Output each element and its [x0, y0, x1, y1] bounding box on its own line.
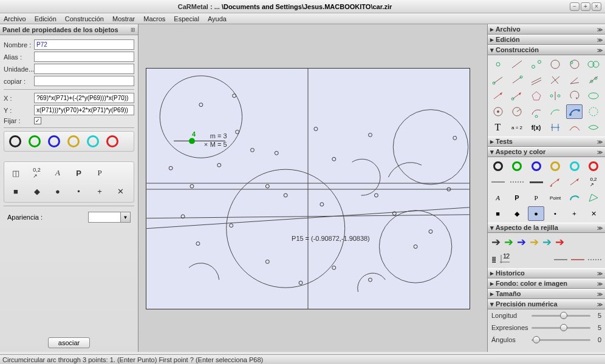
tool-equation[interactable]: a = 2: [509, 120, 525, 135]
slider-longitud[interactable]: [532, 311, 590, 320]
aspect-triangle[interactable]: [586, 190, 602, 205]
tool-text[interactable]: T: [490, 120, 506, 135]
tool-circle3[interactable]: [566, 57, 583, 72]
aspect-label-pp[interactable]: P: [528, 190, 544, 205]
aspect-line-solid[interactable]: [490, 175, 506, 189]
alias-input[interactable]: [34, 52, 134, 62]
name-input[interactable]: [34, 39, 134, 50]
menu-archivo[interactable]: Archivo: [4, 15, 26, 22]
aspect-label-a[interactable]: A: [490, 190, 506, 205]
aspect-diam[interactable]: ◆: [509, 206, 525, 221]
aspect-arc-style[interactable]: [566, 190, 583, 205]
grid-line3[interactable]: [588, 259, 601, 260]
tool-vector[interactable]: [490, 89, 506, 103]
arrow-red[interactable]: ➔: [555, 235, 564, 249]
tool-circle[interactable]: [547, 57, 564, 72]
tool-function[interactable]: f(x): [528, 120, 544, 135]
section-edicion[interactable]: ▸ Edición≫: [488, 35, 605, 45]
grid-line2[interactable]: [571, 259, 584, 260]
aspect-plus[interactable]: +: [566, 206, 583, 221]
tool-parallel[interactable]: [528, 73, 544, 87]
aspect-dot[interactable]: •: [547, 206, 564, 221]
section-rejilla[interactable]: ▾ Aspecto de la rejilla≫: [488, 223, 605, 233]
menu-construccion[interactable]: Construcción: [65, 15, 104, 22]
aspect-circ[interactable]: ●: [528, 206, 544, 221]
color-red[interactable]: [106, 135, 118, 147]
unit-input[interactable]: [34, 64, 134, 74]
tool-polygon[interactable]: [528, 89, 544, 103]
menu-macros[interactable]: Macros: [143, 15, 165, 22]
section-tamano[interactable]: ▸ Tamaño≫: [488, 289, 605, 299]
color-blue[interactable]: [48, 135, 60, 147]
menu-especial[interactable]: Especial: [174, 15, 199, 22]
tool-trace[interactable]: [586, 104, 602, 119]
tool-arc[interactable]: [528, 104, 544, 119]
geometry-canvas[interactable]: 4 m = 3 M = 5 P15 = (-0.90872,-1.90838) …: [146, 68, 470, 309]
color-green[interactable]: [29, 135, 41, 147]
dot-tool[interactable]: •: [71, 184, 87, 198]
section-fondo[interactable]: ▸ Fondo: color e imagen≫: [488, 278, 605, 289]
square-tool[interactable]: ■: [8, 184, 24, 198]
copy-input[interactable]: [34, 76, 134, 86]
aspect-color-black[interactable]: [490, 159, 506, 174]
section-archivo[interactable]: ▸ Archivo≫: [488, 24, 605, 35]
label-a-tool[interactable]: A: [50, 166, 66, 180]
x-input[interactable]: [34, 93, 134, 103]
slider-expr[interactable]: [532, 323, 590, 332]
color-cyan[interactable]: [87, 135, 99, 147]
aspect-color-cyan[interactable]: [566, 159, 583, 174]
aspect-color-green[interactable]: [509, 159, 525, 174]
aspect-label-point[interactable]: Point: [547, 190, 564, 205]
aspect-dim[interactable]: 0,2↗: [586, 175, 602, 189]
tool-reflect[interactable]: [547, 89, 564, 103]
menu-ayuda[interactable]: Ayuda: [208, 15, 227, 22]
tool-angle[interactable]: [566, 73, 583, 87]
eraser-tool[interactable]: ◫: [8, 166, 24, 180]
aspect-line-thick[interactable]: [528, 175, 544, 189]
grid-dots-icon[interactable]: ⁞⁞⁞: [491, 255, 495, 265]
aspect-label-p[interactable]: P: [509, 190, 525, 205]
label-p-tool[interactable]: P: [71, 166, 87, 180]
tool-ray[interactable]: [509, 73, 525, 87]
collapse-icon[interactable]: ⊞: [131, 27, 135, 33]
chevron-down-icon[interactable]: ▼: [120, 212, 130, 222]
aspect-sq[interactable]: ■: [490, 206, 506, 221]
tool-measure[interactable]: [547, 120, 564, 135]
tool-compass[interactable]: [509, 104, 525, 119]
tool-point[interactable]: [490, 57, 506, 72]
aspect-color-blue[interactable]: [528, 159, 544, 174]
aspect-line-dot[interactable]: [509, 175, 525, 189]
arrow-green[interactable]: ➔: [504, 235, 513, 249]
aspect-color-red[interactable]: [586, 159, 602, 174]
appearance-combo[interactable]: ▼: [88, 212, 131, 223]
aspect-cross[interactable]: ✕: [586, 206, 602, 221]
tool-conic[interactable]: [586, 89, 602, 103]
label-pp-tool[interactable]: P: [92, 166, 108, 180]
tool-intersect[interactable]: [586, 57, 602, 72]
diamond-tool[interactable]: ◆: [29, 184, 45, 198]
grid-line1[interactable]: [554, 259, 567, 260]
y-input[interactable]: [34, 105, 134, 115]
section-construccion[interactable]: ▾ Construcción≫: [488, 45, 605, 55]
section-aspecto[interactable]: ▾ Aspecto y color≫: [488, 147, 605, 157]
slider-ang[interactable]: [532, 335, 590, 345]
circle-tool[interactable]: ●: [50, 184, 66, 198]
arrow-cyan[interactable]: ➔: [542, 235, 552, 249]
fix-checkbox[interactable]: ✓: [34, 117, 41, 124]
tool-arc3-selected[interactable]: [566, 104, 583, 119]
cross-tool[interactable]: ✕: [113, 184, 129, 198]
tool-bisector[interactable]: [586, 73, 602, 87]
arrow-black[interactable]: ➔: [491, 235, 501, 249]
aspect-color-yellow[interactable]: [547, 159, 564, 174]
maximize-button[interactable]: +: [581, 2, 590, 11]
tool-midpoint[interactable]: [528, 57, 544, 72]
section-tests[interactable]: ▸ Tests≫: [488, 136, 605, 147]
tool-rotate[interactable]: [566, 89, 583, 103]
tool-line[interactable]: [509, 57, 525, 72]
dim-tool[interactable]: 0,2↗: [29, 166, 45, 180]
arrow-yellow[interactable]: ➔: [530, 235, 539, 249]
color-black[interactable]: [9, 135, 21, 147]
grid-axes-icon[interactable]: 12: [499, 254, 511, 266]
plus-tool[interactable]: +: [92, 184, 108, 198]
tool-track[interactable]: [586, 120, 602, 135]
